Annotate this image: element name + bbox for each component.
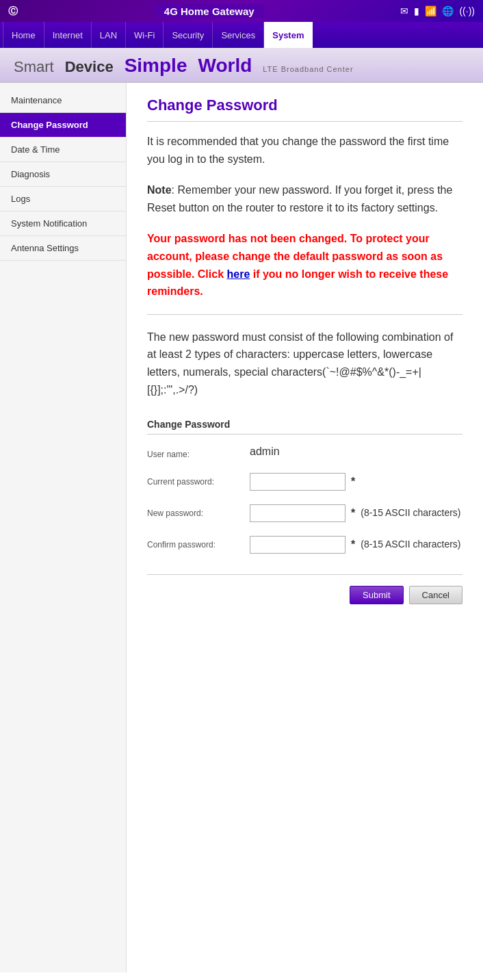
- header-title: 4G Home Gateway: [155, 4, 264, 18]
- current-password-input[interactable]: [250, 473, 345, 491]
- nav-item-home[interactable]: Home: [3, 22, 44, 48]
- signal-icon: 📶: [425, 5, 436, 16]
- sidebar-item-change-password[interactable]: Change Password: [0, 113, 126, 138]
- username-label: User name:: [147, 446, 250, 459]
- main-content: Change Password It is recommended that y…: [127, 83, 483, 972]
- username-row: User name: admin: [147, 446, 462, 459]
- cancel-button[interactable]: Cancel: [409, 586, 462, 604]
- sidebar-item-system-notification[interactable]: System Notification: [0, 211, 126, 236]
- brand-lte: LTE Broadband Center: [263, 65, 353, 73]
- confirm-password-row: Confirm password: * (8-15 ASCII characte…: [147, 536, 462, 554]
- battery-icon: ▮: [414, 5, 419, 16]
- header-logo: Ⓒ: [8, 5, 18, 16]
- confirm-password-value-area: * (8-15 ASCII characters): [250, 536, 462, 554]
- info-text-content: It is recommended that you change the pa…: [147, 136, 449, 165]
- nav-item-lan[interactable]: LAN: [92, 22, 126, 48]
- sidebar-item-maintenance[interactable]: Maintenance: [0, 88, 126, 113]
- note-paragraph: Note: Remember your new password. If you…: [147, 181, 462, 216]
- sidebar-item-diagnosis[interactable]: Diagnosis: [0, 162, 126, 187]
- new-password-value-area: * (8-15 ASCII characters): [250, 504, 462, 522]
- current-password-row: Current password: *: [147, 473, 462, 491]
- new-password-input[interactable]: [250, 504, 345, 522]
- sidebar: Maintenance Change Password Date & Time …: [0, 83, 127, 972]
- current-password-label: Current password:: [147, 473, 250, 487]
- new-password-row: New password: * (8-15 ASCII characters): [147, 504, 462, 522]
- branding-bar: SmartDevice SimpleWorld LTE Broadband Ce…: [0, 48, 483, 83]
- section-divider: [147, 314, 462, 315]
- nav-item-system[interactable]: System: [264, 22, 313, 48]
- brand-world: World: [198, 55, 252, 77]
- wifi-icon: ((·)): [459, 5, 475, 16]
- new-password-hint: (8-15 ASCII characters): [361, 506, 460, 520]
- brand-logo-area: Ⓒ: [8, 5, 18, 18]
- new-password-required: *: [351, 507, 355, 519]
- username-value-area: admin: [250, 446, 462, 458]
- form-buttons: Submit Cancel: [147, 574, 462, 604]
- page-layout: Maintenance Change Password Date & Time …: [0, 83, 483, 972]
- main-nav: Home Internet LAN Wi-Fi Security Service…: [0, 22, 483, 48]
- page-title: Change Password: [147, 96, 462, 122]
- submit-button[interactable]: Submit: [350, 586, 403, 604]
- current-password-required: *: [351, 476, 355, 488]
- sidebar-item-date-time[interactable]: Date & Time: [0, 138, 126, 162]
- header-icons-area: ✉ ▮ 📶 🌐 ((·)): [400, 5, 475, 16]
- new-password-label: New password:: [147, 504, 250, 518]
- sidebar-item-logs[interactable]: Logs: [0, 187, 126, 211]
- email-icon: ✉: [400, 5, 408, 16]
- brand-simple: Simple: [125, 55, 187, 77]
- password-rules-text: The new password must consist of the fol…: [147, 328, 462, 398]
- confirm-password-input[interactable]: [250, 536, 345, 554]
- current-password-value-area: *: [250, 473, 462, 491]
- info-paragraph: It is recommended that you change the pa…: [147, 133, 462, 168]
- note-label: Note: [147, 184, 172, 196]
- confirm-password-hint: (8-15 ASCII characters): [361, 538, 460, 552]
- brand-device: Device: [65, 58, 114, 76]
- warning-paragraph: Your password has not been changed. To p…: [147, 230, 462, 300]
- nav-item-services[interactable]: Services: [213, 22, 264, 48]
- form-section-title: Change Password: [147, 419, 462, 435]
- nav-item-wifi[interactable]: Wi-Fi: [126, 22, 164, 48]
- header-top-bar: Ⓒ 4G Home Gateway ✉ ▮ 📶 🌐 ((·)): [0, 0, 483, 22]
- note-text: : Remember your new password. If you for…: [147, 184, 452, 214]
- nav-item-security[interactable]: Security: [164, 22, 213, 48]
- globe-icon: 🌐: [442, 5, 454, 16]
- nav-item-internet[interactable]: Internet: [44, 22, 92, 48]
- username-value: admin: [250, 446, 280, 458]
- confirm-password-required: *: [351, 539, 355, 551]
- sidebar-item-antenna-settings[interactable]: Antenna Settings: [0, 236, 126, 261]
- brand-smart: Smart: [14, 58, 54, 76]
- confirm-password-label: Confirm password:: [147, 536, 250, 550]
- warning-link[interactable]: here: [226, 268, 250, 280]
